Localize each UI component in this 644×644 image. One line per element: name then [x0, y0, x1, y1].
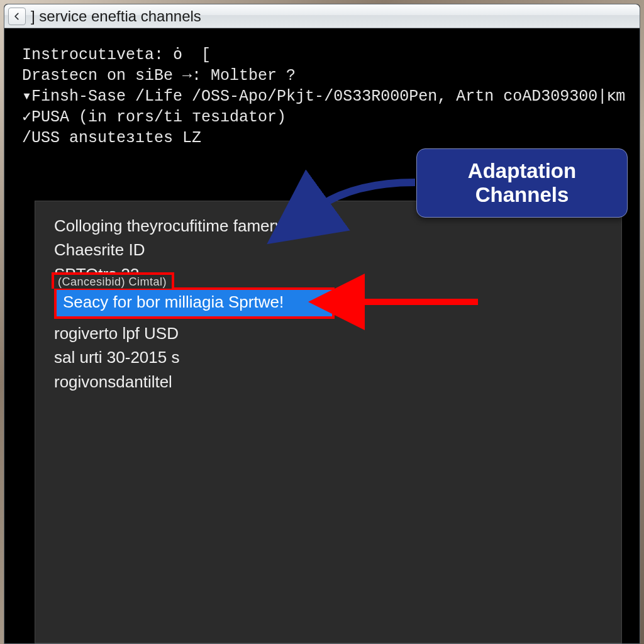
list-item[interactable]: rogiverto lpf USD	[54, 321, 605, 345]
list-panel: Colloging theyrocufitime famery Chaesrit…	[35, 201, 622, 643]
terminal-line: Drastecn on siBe →: Moltber ?	[22, 65, 627, 86]
window-title: ] service eneftia channels	[31, 8, 201, 25]
list-item[interactable]: rogivonsdantiltel	[54, 370, 605, 394]
back-button[interactable]	[8, 8, 26, 25]
arrow-left-icon	[13, 12, 21, 21]
terminal-line: /USS ansuteзıtes LZ	[22, 128, 627, 148]
app-window: ] service eneftia channels Instrocutıvet…	[4, 4, 640, 644]
selected-item-tab: (Cancesibid) Cimtal)	[52, 272, 174, 289]
callout-line: Channels	[475, 183, 569, 207]
terminal-line: ✓PUSA (in rors/ti тesıdator)	[22, 107, 627, 128]
annotation-callout: Adaptation Channels	[416, 148, 628, 218]
terminal-line: Instrocutıveta: ȯ [	[22, 45, 627, 65]
terminal-line: ▾Finsh-Sase /Life /OSS-Apo/Pkjt-/0S33R00…	[22, 86, 627, 107]
list-item[interactable]: Chaesrite ID	[54, 238, 605, 262]
selected-item[interactable]: Seacy for bor milliagia Sprtwe!	[54, 287, 335, 318]
callout-line: Adaptation	[468, 159, 576, 183]
selected-item-wrap: (Cancesibid) Cimtal) Seacy for bor milli…	[54, 287, 335, 318]
terminal-area: Instrocutıveta: ȯ [ Drastecn on siBe →: …	[4, 28, 640, 643]
list-item[interactable]: sal urti 30-2015 s	[54, 345, 605, 369]
titlebar[interactable]: ] service eneftia channels	[4, 4, 640, 28]
